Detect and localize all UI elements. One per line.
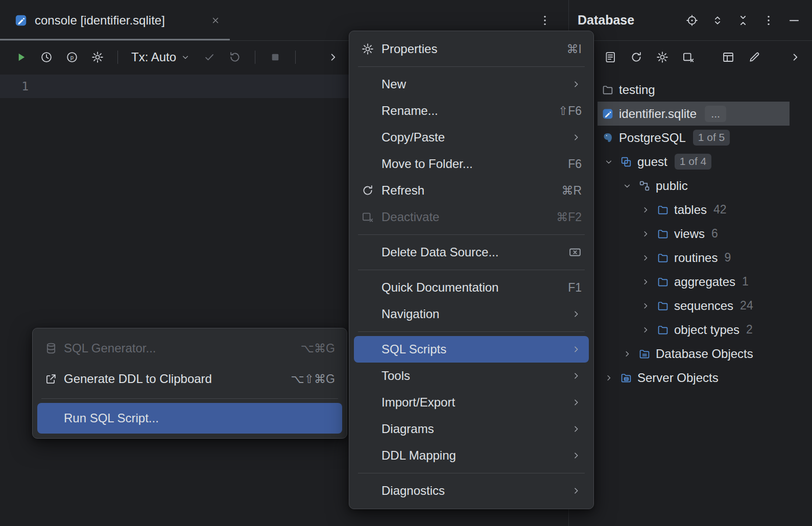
menu-item-move-to-folder[interactable]: Move to Folder...F6 <box>354 151 589 177</box>
menu-item-diagnostics[interactable]: Diagnostics <box>354 477 589 504</box>
menu-separator <box>358 66 585 67</box>
refresh-button[interactable] <box>627 47 646 67</box>
toolbar-more-button[interactable] <box>322 47 344 67</box>
tree-item-guest[interactable]: guest1 of 4 <box>569 150 812 174</box>
tree-item-testing[interactable]: testing <box>569 78 812 102</box>
menu-item-properties[interactable]: Properties⌘I <box>354 36 589 62</box>
chevron-right-icon[interactable] <box>620 349 638 359</box>
commit-button[interactable] <box>199 47 220 67</box>
chevron-down-icon[interactable] <box>602 157 620 167</box>
edit-button[interactable] <box>745 47 764 67</box>
svg-text:p: p <box>70 54 74 60</box>
menu-item-deactivate[interactable]: Deactivate⌘F2 <box>354 204 589 230</box>
tree-item-public[interactable]: public <box>569 174 812 198</box>
toolbar-divider <box>295 51 296 64</box>
menu-item-generate-ddl-to-clipboard[interactable]: Generate DDL to Clipboard⌥⇧⌘G <box>37 364 342 394</box>
datasource-properties-button[interactable] <box>653 47 672 67</box>
deactivate-button[interactable] <box>679 47 698 67</box>
menu-item-label: Quick Documentation <box>381 280 554 295</box>
settings-button[interactable] <box>87 47 108 67</box>
editor-tab-console[interactable]: console [identifier.sqlite] <box>0 0 230 40</box>
chevron-right-icon <box>570 132 582 143</box>
hide-panel-button[interactable] <box>784 11 804 30</box>
tree-item-identifier-sqlite[interactable]: identifier.sqlite... <box>569 102 812 126</box>
database-tree: testingidentifier.sqlite...PostgreSQL1 o… <box>569 78 812 390</box>
menu-separator <box>358 473 585 473</box>
prettify-button[interactable]: p <box>61 47 83 67</box>
menu-separator <box>41 398 338 399</box>
chevron-right-icon[interactable] <box>638 205 657 215</box>
menu-item-new[interactable]: New <box>354 71 589 98</box>
pencil-icon <box>748 51 761 64</box>
tree-item-sequences[interactable]: sequences24 <box>569 294 812 318</box>
more-button[interactable] <box>785 47 805 67</box>
menu-item-refresh[interactable]: Refresh⌘R <box>354 177 589 204</box>
menu-separator <box>358 331 585 332</box>
stop-button[interactable] <box>265 47 286 67</box>
menu-item-ddl-mapping[interactable]: DDL Mapping <box>354 442 589 469</box>
menu-item-tools[interactable]: Tools <box>354 363 589 389</box>
refresh-icon <box>630 51 643 64</box>
chevron-right-icon[interactable] <box>638 301 657 311</box>
menu-separator <box>358 270 585 270</box>
chevron-right-icon[interactable] <box>638 325 657 335</box>
panel-options-kebab-button[interactable] <box>759 11 778 30</box>
menu-item-rename[interactable]: Rename...⇧F6 <box>354 98 589 124</box>
toolbar-divider <box>117 51 118 64</box>
tree-item-database-objects[interactable]: Database Objects <box>569 342 812 366</box>
chevron-right-icon[interactable] <box>638 253 657 263</box>
menu-item-label: Delete Data Source... <box>381 245 558 259</box>
tree-item-views[interactable]: views6 <box>569 222 812 246</box>
menu-item-quick-documentation[interactable]: Quick DocumentationF1 <box>354 274 589 301</box>
tree-item-server-objects[interactable]: Server Objects <box>569 366 812 390</box>
server-objects-icon <box>620 372 632 384</box>
close-tab-button[interactable] <box>210 15 221 26</box>
open-table-button[interactable] <box>719 47 738 67</box>
tree-item-aggregates[interactable]: aggregates1 <box>569 270 812 294</box>
rollback-button[interactable] <box>224 47 246 67</box>
menu-item-run-sql-script[interactable]: Run SQL Script... <box>37 403 342 434</box>
tree-item-tables[interactable]: tables42 <box>569 198 812 222</box>
menu-item-navigation[interactable]: Navigation <box>354 301 589 327</box>
settings-gear-icon <box>91 51 104 64</box>
run-button[interactable] <box>10 47 32 67</box>
menu-item-delete-data-source[interactable]: Delete Data Source... <box>354 239 589 266</box>
menu-item-sql-scripts[interactable]: SQL Scripts <box>354 336 589 363</box>
editor-options-kebab-button[interactable] <box>535 10 555 31</box>
tree-item-label: tables <box>674 203 707 217</box>
chevron-down-icon[interactable] <box>620 181 638 191</box>
folder-blue-icon <box>657 204 669 216</box>
target-icon <box>685 14 699 27</box>
more-options-badge[interactable]: ... <box>705 106 726 122</box>
tree-item-routines[interactable]: routines9 <box>569 246 812 270</box>
editor-tab-title: console [identifier.sqlite] <box>35 13 165 28</box>
chevron-right-icon[interactable] <box>638 277 657 287</box>
menu-item-sql-generator[interactable]: SQL Generator...⌥⌘G <box>37 333 342 364</box>
database-icon <box>620 156 632 168</box>
menu-item-diagrams[interactable]: Diagrams <box>354 416 589 442</box>
close-icon <box>210 15 221 26</box>
table-icon <box>722 51 735 64</box>
menu-item-import-export[interactable]: Import/Export <box>354 389 589 416</box>
expand-all-button[interactable] <box>708 11 727 30</box>
jump-to-console-button[interactable] <box>601 47 620 67</box>
deactivate-icon <box>361 210 374 224</box>
tree-item-postgresql[interactable]: PostgreSQL1 of 5 <box>569 126 812 150</box>
menu-item-label: Diagrams <box>381 422 560 436</box>
tree-item-object-types[interactable]: object types2 <box>569 318 812 342</box>
menu-item-label: Generate DDL to Clipboard <box>64 372 276 386</box>
collapse-all-button[interactable] <box>733 11 753 30</box>
folder-blue-icon <box>657 300 669 312</box>
locate-object-button[interactable] <box>682 11 702 30</box>
database-toolbar <box>569 41 812 74</box>
chevron-right-icon[interactable] <box>638 229 657 239</box>
chevron-right-icon[interactable] <box>602 373 620 383</box>
delete-key-icon <box>568 246 582 259</box>
chevron-down-icon <box>180 52 190 62</box>
tx-mode-label: Tx: Auto <box>131 50 176 64</box>
tx-mode-selector[interactable]: Tx: Auto <box>127 47 195 67</box>
menu-item-copy-paste[interactable]: Copy/Paste <box>354 124 589 151</box>
menu-item-icon-slot <box>361 184 381 197</box>
chevron-right-icon <box>570 370 582 381</box>
history-button[interactable] <box>36 47 57 67</box>
